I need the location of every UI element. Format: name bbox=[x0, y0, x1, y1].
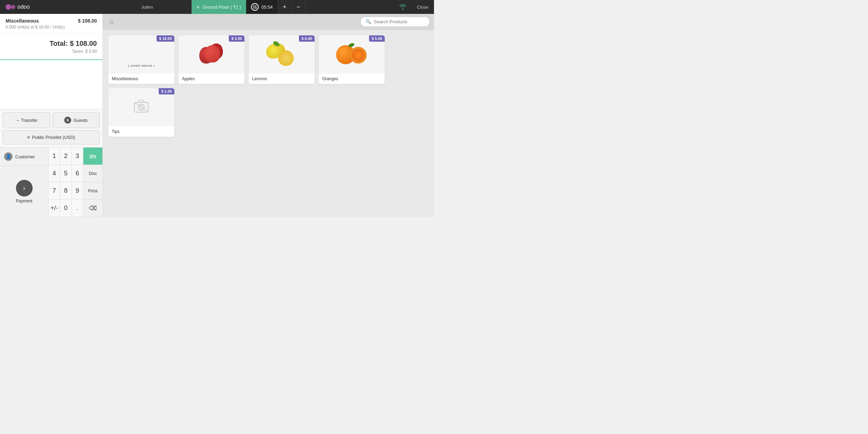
order-item-detail: 6.000 Unit(s) at $ 18.00 / Unit(s) bbox=[6, 25, 97, 30]
product-price-badge-oranges: $ 5.00 bbox=[369, 35, 385, 42]
key-plusminus[interactable]: +/- bbox=[49, 200, 60, 217]
order-total-amount: Total: $ 108.00 bbox=[6, 40, 97, 48]
product-image-miscellaneous: $ 18.00 1 234567 890128 > bbox=[108, 35, 174, 74]
back-chevron-icon: « bbox=[197, 4, 200, 10]
key-2[interactable]: 2 bbox=[60, 148, 72, 165]
key-backspace[interactable]: ⌫ bbox=[83, 200, 102, 217]
table-selector[interactable]: « Ground Floor ( T1 ) bbox=[192, 0, 246, 14]
product-price-badge-tips: $ 1.00 bbox=[159, 88, 174, 94]
numpad: 👤 Customer › Payment 1 2 3 Qty 4 5 6 Dis… bbox=[0, 147, 102, 217]
numpad-left: 👤 Customer › Payment bbox=[0, 148, 49, 217]
controls-area: + − bbox=[278, 0, 306, 14]
main-content: Miscellaneous $ 108.00 6.000 Unit(s) at … bbox=[0, 14, 434, 217]
product-apples[interactable]: $ 3.00 Apples bbox=[178, 35, 244, 84]
orange-image bbox=[336, 42, 367, 68]
barcode-lines bbox=[123, 42, 159, 63]
odoo-logo: odoo bbox=[6, 2, 33, 12]
minus-button[interactable]: − bbox=[292, 0, 306, 14]
key-0[interactable]: 0 bbox=[60, 200, 72, 217]
product-oranges[interactable]: $ 5.00 Oranges bbox=[319, 35, 385, 84]
key-dot[interactable]: . bbox=[72, 200, 83, 217]
svg-point-0 bbox=[6, 4, 11, 10]
payment-arrow-icon: › bbox=[16, 180, 33, 197]
numpad-grid: 1 2 3 Qty 4 5 6 Disc 7 8 9 Price +/- 0 .… bbox=[49, 148, 102, 217]
product-image-lemons: $ 6.00 bbox=[249, 35, 315, 74]
customer-button[interactable]: 👤 Customer bbox=[0, 148, 49, 166]
mode-qty[interactable]: Qty bbox=[83, 148, 102, 165]
close-button[interactable]: Close bbox=[411, 0, 434, 14]
product-image-apples: $ 3.00 bbox=[178, 35, 244, 74]
key-1[interactable]: 1 bbox=[49, 148, 60, 165]
order-item-header: Miscellaneous $ 108.00 bbox=[6, 18, 97, 24]
odoo-logo-svg: odoo bbox=[6, 2, 33, 12]
apple-image bbox=[198, 42, 225, 68]
right-toolbar: ⌂ 🔍 bbox=[103, 14, 434, 30]
product-image-oranges: $ 5.00 bbox=[319, 35, 385, 74]
order-item[interactable]: Miscellaneous $ 108.00 6.000 Unit(s) at … bbox=[0, 14, 102, 34]
action-buttons: → Transfer 6 Guests ≡ Public Pricelist (… bbox=[0, 109, 102, 147]
svg-point-1 bbox=[11, 5, 15, 9]
product-miscellaneous[interactable]: $ 18.00 1 234567 890128 > Miscellaneous bbox=[108, 35, 174, 84]
add-button[interactable]: + bbox=[278, 0, 292, 14]
logo-area: odoo bbox=[0, 0, 103, 14]
customer-icon: 👤 bbox=[4, 152, 12, 161]
pricelist-button[interactable]: ≡ Public Pricelist (USD) bbox=[3, 130, 100, 144]
order-spacer bbox=[0, 60, 102, 109]
product-price-badge-lemons: $ 6.00 bbox=[299, 35, 315, 42]
top-bar: odoo Julien « Ground Floor ( T1 ) 11 05:… bbox=[0, 0, 434, 14]
product-price-badge-miscellaneous: $ 18.00 bbox=[157, 35, 174, 42]
key-8[interactable]: 8 bbox=[60, 182, 72, 200]
order-number-badge: 11 bbox=[251, 3, 259, 11]
action-row-1: → Transfer 6 Guests bbox=[3, 112, 100, 128]
product-name-miscellaneous: Miscellaneous bbox=[108, 74, 174, 84]
search-icon: 🔍 bbox=[366, 19, 371, 24]
home-icon: ⌂ bbox=[110, 18, 114, 25]
search-bar[interactable]: 🔍 bbox=[360, 17, 430, 27]
key-9[interactable]: 9 bbox=[72, 182, 83, 200]
guests-count-badge: 6 bbox=[64, 117, 71, 124]
search-input[interactable] bbox=[374, 19, 425, 24]
product-price-badge-apples: $ 3.00 bbox=[229, 35, 244, 42]
camera-placeholder-icon bbox=[133, 99, 150, 116]
payment-button[interactable]: › Payment bbox=[0, 166, 49, 217]
user-name: Julien bbox=[103, 0, 192, 14]
barcode-number: 1 234567 890128 > bbox=[128, 64, 155, 67]
key-6[interactable]: 6 bbox=[72, 165, 83, 182]
left-panel: Miscellaneous $ 108.00 6.000 Unit(s) at … bbox=[0, 14, 103, 217]
transfer-button[interactable]: → Transfer bbox=[3, 112, 50, 128]
order-item-price: $ 108.00 bbox=[78, 18, 97, 24]
timer-area: 11 05:54 bbox=[246, 0, 278, 14]
products-grid: $ 18.00 1 234567 890128 > Miscellaneous … bbox=[103, 30, 434, 217]
product-name-lemons: Lemons bbox=[249, 74, 315, 84]
lemon-image bbox=[266, 42, 297, 68]
right-panel: ⌂ 🔍 $ 18.00 1 234567 890128 > bbox=[103, 14, 434, 217]
svg-text:odoo: odoo bbox=[17, 4, 30, 10]
home-button[interactable]: ⌂ bbox=[107, 17, 116, 27]
product-lemons[interactable]: $ 6.00 Lemons bbox=[249, 35, 315, 84]
pricelist-icon: ≡ bbox=[27, 135, 30, 140]
product-name-oranges: Oranges bbox=[319, 74, 385, 84]
order-taxes: Taxes: $ 0.00 bbox=[6, 49, 97, 54]
mode-disc[interactable]: Disc bbox=[83, 165, 102, 182]
key-4[interactable]: 4 bbox=[49, 165, 60, 182]
product-image-tips: $ 1.00 bbox=[108, 88, 174, 126]
product-name-apples: Apples bbox=[178, 74, 244, 84]
mode-price[interactable]: Price bbox=[83, 182, 102, 200]
timer-display: 05:54 bbox=[261, 5, 273, 10]
key-3[interactable]: 3 bbox=[72, 148, 83, 165]
product-tips[interactable]: $ 1.00 Tips bbox=[108, 88, 174, 137]
order-item-name: Miscellaneous bbox=[6, 18, 39, 24]
guests-button[interactable]: 6 Guests bbox=[52, 112, 100, 128]
key-7[interactable]: 7 bbox=[49, 182, 60, 200]
order-total: Total: $ 108.00 Taxes: $ 0.00 bbox=[0, 34, 102, 60]
table-name: Ground Floor ( T1 ) bbox=[202, 5, 241, 10]
product-name-tips: Tips bbox=[108, 126, 174, 137]
wifi-icon bbox=[394, 0, 411, 14]
key-5[interactable]: 5 bbox=[60, 165, 72, 182]
